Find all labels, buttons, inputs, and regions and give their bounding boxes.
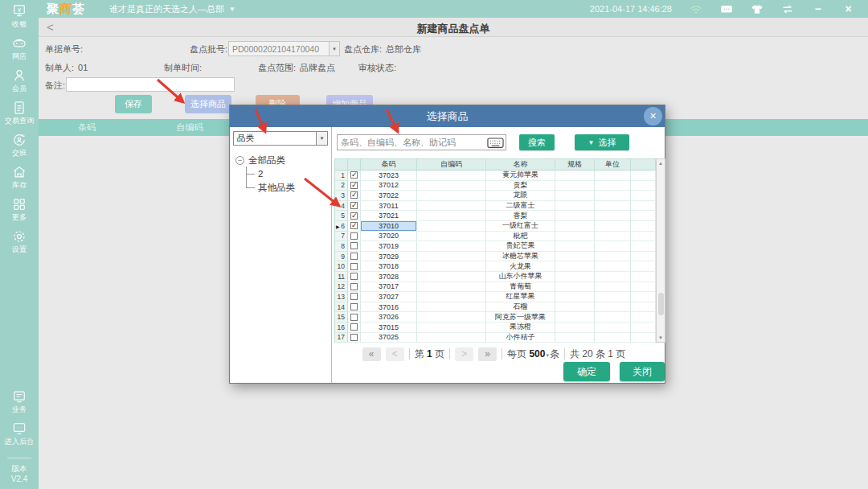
next-page-button[interactable]: > <box>455 347 473 361</box>
row-checkbox[interactable] <box>350 293 358 300</box>
collapse-icon[interactable]: − <box>235 156 244 165</box>
empty-cell <box>631 252 656 262</box>
sidebar-item-shift-change[interactable]: 交班 <box>0 132 39 163</box>
row-checkbox[interactable] <box>350 314 358 321</box>
batch-no-select[interactable]: PD0000202104170040 ▾ <box>228 41 340 56</box>
spec-cell <box>555 171 595 181</box>
select-dropdown-button[interactable]: ▼选择 <box>575 134 629 150</box>
row-checkbox[interactable] <box>350 273 358 280</box>
table-row[interactable]: 537021香梨 <box>335 211 656 221</box>
business-icon <box>11 388 27 405</box>
table-row[interactable]: 1537026阿克苏一级苹果 <box>335 312 656 323</box>
tree-node[interactable]: 其他品类 <box>246 181 331 195</box>
table-row[interactable]: 1637015果冻橙 <box>335 323 656 333</box>
transaction-query-icon <box>11 100 27 116</box>
row-checkbox[interactable] <box>350 253 358 260</box>
scroll-down-icon[interactable]: ▼ <box>657 334 665 342</box>
row-checkbox[interactable] <box>350 212 358 220</box>
table-row[interactable]: 1037018火龙果 <box>335 261 656 272</box>
sidebar-item-member[interactable]: 会员 <box>0 68 39 99</box>
table-row[interactable]: 437011二级富士 <box>335 201 656 212</box>
table-row[interactable]: 837019贵妃芒果 <box>335 241 656 252</box>
keyboard-icon[interactable] <box>487 137 504 148</box>
barcode-cell: 37027 <box>361 292 417 302</box>
sidebar-item-inventory[interactable]: 库存 <box>0 164 39 195</box>
row-checkbox[interactable] <box>350 222 358 229</box>
code-cell <box>417 241 486 252</box>
prev-page-button[interactable]: < <box>386 347 404 361</box>
message-icon[interactable] <box>719 2 733 15</box>
row-number: 2 <box>335 181 348 191</box>
category-type-select[interactable]: 品类 ▾ <box>233 131 328 146</box>
confirm-button[interactable]: 确定 <box>563 362 610 381</box>
sidebar-item-business[interactable]: 业务 <box>0 388 39 420</box>
sidebar-item-online-store[interactable]: 网店 <box>0 35 39 67</box>
empty-cell <box>631 191 656 201</box>
select-goods-button[interactable]: 选择商品 <box>185 95 231 113</box>
table-row[interactable]: 137023黄元帅苹果 <box>335 171 656 181</box>
table-row[interactable]: 1237017青葡萄 <box>335 282 656 293</box>
store-selector[interactable]: 谁才是真正的天选之人—总部 ▼ <box>109 3 235 15</box>
minimize-icon[interactable]: − <box>811 2 825 15</box>
sidebar-item-transaction-query[interactable]: 交易查询 <box>0 100 39 131</box>
row-number: 9 <box>335 252 348 262</box>
tree-node[interactable]: 2 <box>246 167 331 181</box>
per-page-unit: 条 <box>550 348 559 360</box>
spec-cell <box>555 312 595 323</box>
table-row[interactable]: 1737025小件桔子 <box>335 333 656 343</box>
sidebar-item-settings[interactable]: 设置 <box>0 228 39 260</box>
row-checkbox[interactable] <box>350 242 358 249</box>
row-checkbox[interactable] <box>350 283 358 290</box>
table-row[interactable]: 1337027红星苹果 <box>335 292 656 302</box>
shirt-icon[interactable] <box>750 2 764 15</box>
tree-node-all-categories[interactable]: − 全部品类 <box>235 154 331 167</box>
table-row[interactable]: 1437016石榴 <box>335 302 656 313</box>
close-button[interactable]: 关闭 <box>620 362 665 381</box>
remark-label: 备注: <box>45 80 65 92</box>
row-checkbox[interactable] <box>350 182 358 189</box>
row-checkbox[interactable] <box>350 171 358 179</box>
row-checkbox[interactable] <box>350 263 358 270</box>
table-row[interactable]: 937029冰糖芯苹果 <box>335 252 656 262</box>
per-page-value[interactable]: 500 <box>529 348 545 360</box>
search-input[interactable] <box>337 134 506 150</box>
remark-input[interactable] <box>66 77 235 92</box>
close-icon[interactable]: × <box>644 107 662 125</box>
barcode-cell: 37010 <box>361 221 417 232</box>
table-row[interactable]: ▶637010一级红富士 <box>335 221 656 232</box>
sync-icon[interactable] <box>780 2 794 15</box>
scrollbar-thumb[interactable] <box>658 293 664 315</box>
row-checkbox[interactable] <box>350 191 358 199</box>
code-cell <box>417 312 486 323</box>
table-row[interactable]: 737020枇杷 <box>335 232 656 242</box>
per-page-control[interactable]: 每页 500▾条 <box>507 347 559 361</box>
scroll-up-icon[interactable]: ▲ <box>657 159 665 167</box>
unit-cell <box>595 191 631 201</box>
sidebar-item-more[interactable]: 更多 <box>0 196 39 228</box>
save-button[interactable]: 保存 <box>115 95 152 113</box>
name-cell: 一级红富士 <box>486 221 555 232</box>
sidebar-item-cashier[interactable]: ¥收银 <box>0 3 39 35</box>
table-row[interactable]: 337022龙眼 <box>335 191 656 201</box>
table-row[interactable]: 237012贡梨 <box>335 181 656 191</box>
checkbox-cell <box>348 272 361 282</box>
search-button[interactable]: 搜索 <box>519 134 555 150</box>
sidebar-item-backend[interactable]: 进入后台 <box>0 421 39 452</box>
row-checkbox[interactable] <box>350 202 358 209</box>
close-icon[interactable]: × <box>841 2 855 15</box>
last-page-button[interactable]: » <box>478 347 497 361</box>
first-page-button[interactable]: « <box>362 347 381 361</box>
row-checkbox[interactable] <box>350 323 358 331</box>
sidebar-bottom-items: 业务进入后台 <box>0 385 39 452</box>
checkbox-cell <box>348 323 361 333</box>
vertical-scrollbar[interactable]: ▲ ▼ <box>656 158 665 343</box>
row-checkbox[interactable] <box>350 232 358 240</box>
page-header: < 新建商品盘点单 <box>39 18 868 37</box>
row-checkbox[interactable] <box>350 334 358 341</box>
barcode-cell: 37026 <box>361 312 417 323</box>
name-cell: 山东小件苹果 <box>486 272 555 282</box>
name-cell: 火龙果 <box>486 261 555 272</box>
row-checkbox[interactable] <box>350 303 358 310</box>
table-row[interactable]: 1137028山东小件苹果 <box>335 272 656 282</box>
page-prefix: 第 <box>415 348 424 360</box>
